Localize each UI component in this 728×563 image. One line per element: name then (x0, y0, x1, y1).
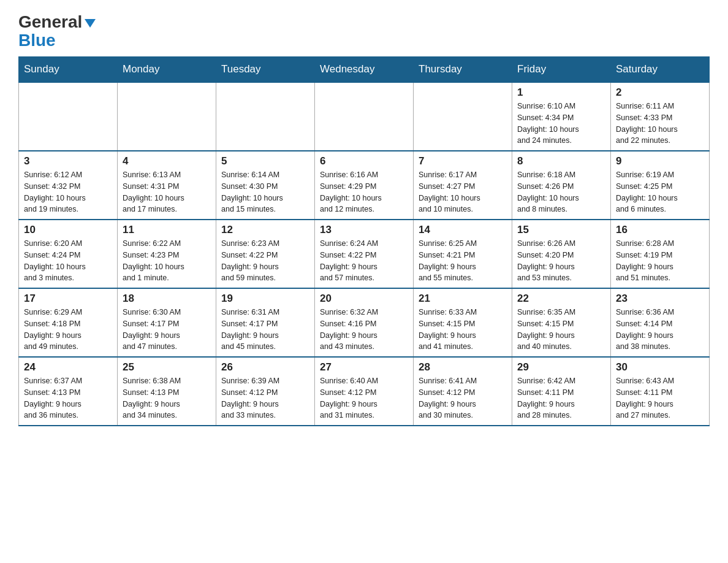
day-number: 8 (517, 155, 605, 167)
weekday-header-sunday: Sunday (19, 57, 118, 83)
day-number: 17 (24, 293, 112, 305)
page-header: General Blue (18, 12, 710, 50)
day-number: 18 (123, 293, 211, 305)
calendar-cell: 18Sunrise: 6:30 AMSunset: 4:17 PMDayligh… (118, 288, 216, 357)
day-number: 1 (517, 86, 605, 99)
weekday-header-saturday: Saturday (611, 57, 710, 83)
logo-blue-text: Blue (18, 31, 56, 50)
day-info: Sunrise: 6:13 AMSunset: 4:31 PMDaylight:… (123, 169, 211, 215)
calendar-week-4: 17Sunrise: 6:29 AMSunset: 4:18 PMDayligh… (19, 288, 710, 357)
day-number: 12 (221, 224, 309, 236)
day-info: Sunrise: 6:43 AMSunset: 4:11 PMDaylight:… (616, 375, 704, 421)
calendar-week-1: 1Sunrise: 6:10 AMSunset: 4:34 PMDaylight… (19, 82, 710, 151)
calendar-cell: 7Sunrise: 6:17 AMSunset: 4:27 PMDaylight… (414, 151, 512, 220)
calendar-cell: 5Sunrise: 6:14 AMSunset: 4:30 PMDaylight… (216, 151, 315, 220)
day-info: Sunrise: 6:29 AMSunset: 4:18 PMDaylight:… (24, 307, 112, 353)
calendar-cell: 16Sunrise: 6:28 AMSunset: 4:19 PMDayligh… (611, 220, 710, 288)
day-info: Sunrise: 6:10 AMSunset: 4:34 PMDaylight:… (517, 101, 605, 147)
day-number: 3 (24, 155, 112, 167)
calendar-cell: 25Sunrise: 6:38 AMSunset: 4:13 PMDayligh… (118, 357, 216, 426)
day-info: Sunrise: 6:30 AMSunset: 4:17 PMDaylight:… (123, 307, 211, 353)
weekday-header-monday: Monday (118, 57, 216, 83)
calendar-cell: 30Sunrise: 6:43 AMSunset: 4:11 PMDayligh… (611, 357, 710, 426)
calendar-cell (414, 82, 512, 151)
day-number: 7 (419, 155, 507, 167)
day-number: 11 (123, 224, 211, 236)
day-number: 14 (419, 224, 507, 236)
calendar-cell: 26Sunrise: 6:39 AMSunset: 4:12 PMDayligh… (216, 357, 315, 426)
day-number: 24 (24, 361, 112, 373)
calendar-table: SundayMondayTuesdayWednesdayThursdayFrid… (18, 56, 710, 426)
calendar-cell: 27Sunrise: 6:40 AMSunset: 4:12 PMDayligh… (315, 357, 414, 426)
day-info: Sunrise: 6:28 AMSunset: 4:19 PMDaylight:… (616, 238, 704, 284)
day-info: Sunrise: 6:37 AMSunset: 4:13 PMDaylight:… (24, 375, 112, 421)
day-info: Sunrise: 6:23 AMSunset: 4:22 PMDaylight:… (221, 238, 309, 284)
calendar-cell: 21Sunrise: 6:33 AMSunset: 4:15 PMDayligh… (414, 288, 512, 357)
calendar-cell: 2Sunrise: 6:11 AMSunset: 4:33 PMDaylight… (611, 82, 710, 151)
day-number: 28 (419, 361, 507, 373)
day-number: 16 (616, 224, 704, 236)
calendar-week-2: 3Sunrise: 6:12 AMSunset: 4:32 PMDaylight… (19, 151, 710, 220)
day-info: Sunrise: 6:31 AMSunset: 4:17 PMDaylight:… (221, 307, 309, 353)
day-info: Sunrise: 6:25 AMSunset: 4:21 PMDaylight:… (419, 238, 507, 284)
calendar-cell: 29Sunrise: 6:42 AMSunset: 4:11 PMDayligh… (512, 357, 611, 426)
calendar-cell (118, 82, 216, 151)
calendar-cell: 19Sunrise: 6:31 AMSunset: 4:17 PMDayligh… (216, 288, 315, 357)
calendar-cell: 13Sunrise: 6:24 AMSunset: 4:22 PMDayligh… (315, 220, 414, 288)
day-number: 22 (517, 293, 605, 305)
calendar-cell: 9Sunrise: 6:19 AMSunset: 4:25 PMDaylight… (611, 151, 710, 220)
day-number: 27 (320, 361, 408, 373)
day-info: Sunrise: 6:38 AMSunset: 4:13 PMDaylight:… (123, 375, 211, 421)
calendar-cell: 4Sunrise: 6:13 AMSunset: 4:31 PMDaylight… (118, 151, 216, 220)
day-info: Sunrise: 6:26 AMSunset: 4:20 PMDaylight:… (517, 238, 605, 284)
calendar-cell: 1Sunrise: 6:10 AMSunset: 4:34 PMDaylight… (512, 82, 611, 151)
calendar-cell (315, 82, 414, 151)
day-info: Sunrise: 6:39 AMSunset: 4:12 PMDaylight:… (221, 375, 309, 421)
day-number: 9 (616, 155, 704, 167)
calendar-cell: 23Sunrise: 6:36 AMSunset: 4:14 PMDayligh… (611, 288, 710, 357)
day-info: Sunrise: 6:12 AMSunset: 4:32 PMDaylight:… (24, 169, 112, 215)
day-number: 2 (616, 86, 704, 99)
day-info: Sunrise: 6:11 AMSunset: 4:33 PMDaylight:… (616, 101, 704, 147)
day-number: 21 (419, 293, 507, 305)
calendar-cell: 17Sunrise: 6:29 AMSunset: 4:18 PMDayligh… (19, 288, 118, 357)
day-number: 19 (221, 293, 309, 305)
weekday-header-friday: Friday (512, 57, 611, 83)
day-info: Sunrise: 6:17 AMSunset: 4:27 PMDaylight:… (419, 169, 507, 215)
calendar-cell: 14Sunrise: 6:25 AMSunset: 4:21 PMDayligh… (414, 220, 512, 288)
day-info: Sunrise: 6:16 AMSunset: 4:29 PMDaylight:… (320, 169, 408, 215)
weekday-header-wednesday: Wednesday (315, 57, 414, 83)
logo-general-text: General (18, 12, 82, 32)
day-number: 25 (123, 361, 211, 373)
day-info: Sunrise: 6:36 AMSunset: 4:14 PMDaylight:… (616, 307, 704, 353)
day-number: 13 (320, 224, 408, 236)
day-number: 29 (517, 361, 605, 373)
day-number: 26 (221, 361, 309, 373)
day-number: 15 (517, 224, 605, 236)
calendar-cell: 12Sunrise: 6:23 AMSunset: 4:22 PMDayligh… (216, 220, 315, 288)
day-number: 20 (320, 293, 408, 305)
weekday-header-tuesday: Tuesday (216, 57, 315, 83)
day-info: Sunrise: 6:22 AMSunset: 4:23 PMDaylight:… (123, 238, 211, 284)
calendar-cell (216, 82, 315, 151)
logo-arrow-icon (85, 19, 96, 28)
calendar-cell: 15Sunrise: 6:26 AMSunset: 4:20 PMDayligh… (512, 220, 611, 288)
day-number: 6 (320, 155, 408, 167)
calendar-cell: 11Sunrise: 6:22 AMSunset: 4:23 PMDayligh… (118, 220, 216, 288)
day-info: Sunrise: 6:41 AMSunset: 4:12 PMDaylight:… (419, 375, 507, 421)
day-info: Sunrise: 6:14 AMSunset: 4:30 PMDaylight:… (221, 169, 309, 215)
day-number: 30 (616, 361, 704, 373)
day-info: Sunrise: 6:19 AMSunset: 4:25 PMDaylight:… (616, 169, 704, 215)
calendar-cell: 6Sunrise: 6:16 AMSunset: 4:29 PMDaylight… (315, 151, 414, 220)
day-info: Sunrise: 6:20 AMSunset: 4:24 PMDaylight:… (24, 238, 112, 284)
calendar-cell: 10Sunrise: 6:20 AMSunset: 4:24 PMDayligh… (19, 220, 118, 288)
calendar-cell: 24Sunrise: 6:37 AMSunset: 4:13 PMDayligh… (19, 357, 118, 426)
day-info: Sunrise: 6:24 AMSunset: 4:22 PMDaylight:… (320, 238, 408, 284)
logo: General Blue (18, 12, 96, 50)
day-info: Sunrise: 6:42 AMSunset: 4:11 PMDaylight:… (517, 375, 605, 421)
calendar-cell: 20Sunrise: 6:32 AMSunset: 4:16 PMDayligh… (315, 288, 414, 357)
day-number: 5 (221, 155, 309, 167)
calendar-cell: 28Sunrise: 6:41 AMSunset: 4:12 PMDayligh… (414, 357, 512, 426)
day-info: Sunrise: 6:32 AMSunset: 4:16 PMDaylight:… (320, 307, 408, 353)
calendar-cell: 22Sunrise: 6:35 AMSunset: 4:15 PMDayligh… (512, 288, 611, 357)
